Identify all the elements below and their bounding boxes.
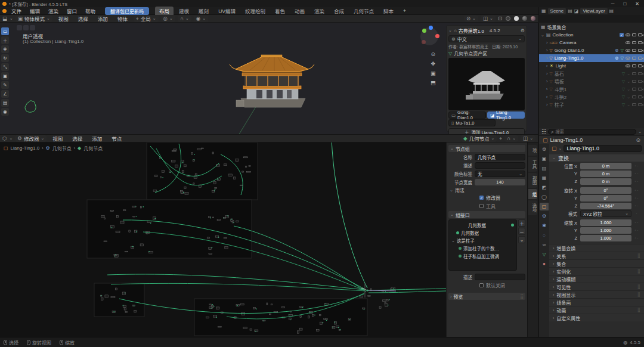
minimize-button[interactable]: ─ [611,1,615,7]
node-editor-type-icon[interactable]: ⬡ [2,135,7,141]
vp-menu-add[interactable]: 添加 [94,15,112,22]
new-scene-icon[interactable]: ▤ [568,8,572,14]
asset-liang-ting[interactable]: ◪ Liang-Ting1.0 [487,111,525,119]
section-instancing[interactable]: ›实例化⣿ [549,267,644,275]
interface-section[interactable]: 组接口 [456,212,470,218]
node-width-slider[interactable]: 140 [475,179,525,185]
section-shading[interactable]: ›可见性⣿ [549,283,644,290]
viewport-3d[interactable]: ▭ ＋ ✥ ↻ ⤡ ▣ ✎ ∠ ▤ ◉ 用户透视 (1) Collection … [0,23,538,134]
tab-layout[interactable]: 布局 [155,7,174,15]
outliner-row-qiangban[interactable]: ›▽ 墙板▽ ⌄ [539,78,644,85]
rotation-mode-dropdown[interactable]: XYZ 欧拉⌄ [580,210,631,217]
tab-material[interactable]: ● [540,260,549,268]
mode-dropdown[interactable]: ▣ 物体模式 ⌄ [16,16,52,22]
shading-solid-icon[interactable] [514,16,519,21]
close-button[interactable]: ✕ [635,1,639,7]
loc-y-field[interactable]: 0 m [580,171,631,177]
extra-tool[interactable]: ◉ [1,108,9,116]
expand-icon[interactable]: ⌄ [541,33,544,38]
rot-x-field[interactable]: 0° [580,187,631,194]
outliner-row-zhuzi[interactable]: ›▽ 柱子▽ ⌄ [539,101,644,109]
visibility-dropdown[interactable]: ⊘⌄ [464,16,478,22]
render-icon[interactable] [638,49,642,52]
tab-view-layer[interactable]: ▦ [540,174,549,182]
tab-animation[interactable]: 动画 [290,7,309,15]
render-icon[interactable] [638,41,642,44]
node-menu-view[interactable]: 视图 [49,135,66,142]
pivot-dropdown[interactable]: ◎⌄ [161,16,175,22]
node-menu-select[interactable]: 选择 [69,135,86,142]
node-canvas[interactable]: ▢ Liang-Ting1.0 › ⚙ 几何节点 › ◆ 几何节点 [0,142,446,337]
outliner-row-scene-collection[interactable]: ▦ 场景集合 [539,23,644,31]
tab-uv-editing[interactable]: UV编辑 [214,7,240,15]
pavilion-roof[interactable] [236,57,308,72]
asset-mu-ta[interactable]: ▯ Mu-Ta1.0 [448,119,496,126]
add-workspace-button[interactable]: + [399,7,410,14]
section-visibility[interactable]: ›视图显示⣿ [549,290,644,298]
node-tab-group[interactable]: 组 [528,189,537,200]
remove-socket-button[interactable]: － [518,228,525,235]
tree-item-socket-2[interactable]: 柱子私自加工微调 [450,252,515,260]
corner-button-3[interactable] [30,25,35,30]
new-viewlayer-icon[interactable]: ▤ [609,8,614,14]
translation-update-button[interactable]: 翻译包已更新吗 [105,7,149,15]
socket-desc-field[interactable] [475,274,525,280]
expand-icon[interactable]: › [546,48,547,52]
pin-icon[interactable]: ⊙ [636,137,640,143]
tab-object-data[interactable]: ▽ [540,250,549,258]
tab-modifiers[interactable]: ⚙ [540,212,549,220]
gizmo-x-axis[interactable] [435,34,439,38]
preview-section[interactable]: 预览 [453,293,463,300]
transform-tool[interactable]: ▣ [1,72,9,80]
tab-geometry-nodes[interactable]: 几何节点 [349,7,378,15]
tab-constraints[interactable]: ∞ [540,241,549,249]
orientation-dropdown[interactable]: ⌖ 全局 ⌄ [134,16,159,22]
tab-texture-paint[interactable]: 纹理绘制 [241,7,270,15]
transform-section[interactable]: 变换 [558,154,569,162]
viewlayer-selector[interactable]: ViewLayer [580,8,607,14]
section-motion-blur[interactable]: ›运动模糊 [549,275,644,283]
menu-file[interactable]: 文件 [8,7,25,14]
pavilion-base[interactable] [241,98,305,107]
properties-search[interactable]: ⌕ [548,129,636,135]
corner-button-1[interactable] [17,25,22,30]
scale-y-field[interactable]: 1.000 [580,227,631,234]
screen-icon[interactable] [632,33,636,36]
collapse-icon[interactable]: ⌄ [448,28,452,33]
scale-tool[interactable]: ⤡ [1,63,9,71]
tab-rendering[interactable]: 渲染 [310,7,329,15]
eye-icon[interactable] [626,49,630,52]
default-closed-checkbox[interactable] [479,283,484,287]
menu-edit[interactable]: 编辑 [26,7,44,14]
expand-icon[interactable]: › [546,41,547,45]
render-icon[interactable] [638,64,642,67]
navigation-gizmo[interactable] [420,27,441,48]
outliner-row-dougong1[interactable]: ›▽ 斗拱1▽ ⌄ [539,85,644,93]
rot-z-field[interactable]: -74.564° [580,203,631,209]
eye-icon[interactable] [626,64,630,67]
add-primitive-tool[interactable]: ▤ [1,99,9,107]
menu-render[interactable]: 渲染 [45,7,62,14]
node-tab-view[interactable]: 视图 [528,173,537,188]
tab-shading[interactable]: 着色 [271,7,289,15]
node-group-section[interactable]: 节点组 [456,145,470,152]
screen-icon[interactable] [632,49,636,52]
gear-icon[interactable]: ⚙ [521,28,525,33]
screen-icon[interactable] [632,41,636,44]
node-tab-options[interactable]: 选项 [528,200,537,215]
node-menu-add[interactable]: 添加 [88,135,106,142]
color-tag-dropdown[interactable]: 无⌄ [475,171,525,177]
vp-menu-select[interactable]: 选择 [75,15,92,22]
scale-z-field[interactable]: 1.000 [580,235,631,241]
node-mode-dropdown[interactable]: ⚙ 修改器 ⌄ [15,135,47,142]
section-line-art[interactable]: ›动画⣿ [549,306,644,314]
tab-scene[interactable]: ◩ [540,184,549,191]
node-pin-icon[interactable]: ⌖ [499,135,502,142]
properties-search-input[interactable] [555,129,633,135]
gizmo-neg-axis[interactable] [422,40,426,44]
editor-type-icon[interactable]: ⬓ [2,16,7,21]
tab-output[interactable]: ▤ [540,165,549,172]
tab-particles[interactable]: ✱ [540,222,549,230]
language-dropdown[interactable]: ⊛ 中文 ⌄ [448,35,525,42]
modifier-checkbox[interactable]: ✓ [479,196,484,200]
